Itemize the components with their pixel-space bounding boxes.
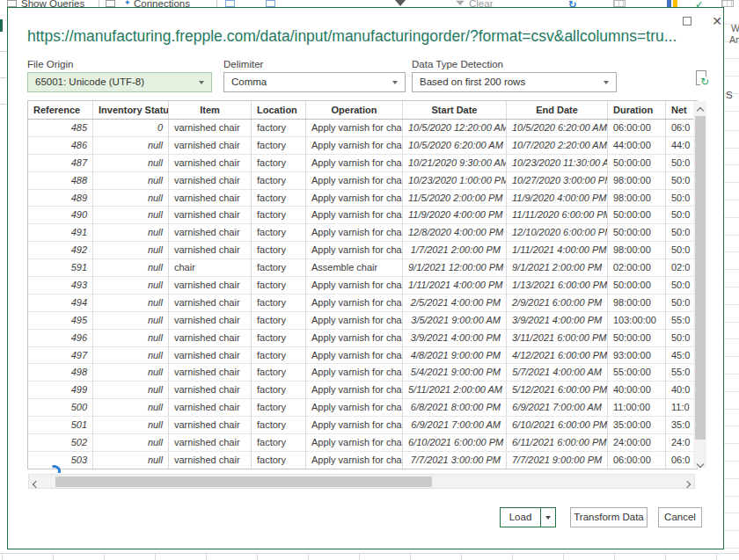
table-cell: 489 bbox=[28, 190, 93, 207]
table-cell: varnished chair bbox=[169, 364, 252, 382]
table-cell: null bbox=[93, 312, 169, 330]
table-cell: 10/5/2020 6:20:00 AM bbox=[507, 120, 608, 137]
maximize-icon bbox=[683, 17, 691, 25]
table-cell: null bbox=[93, 399, 169, 417]
transform-data-button[interactable]: Transform Data bbox=[570, 507, 648, 527]
chevron-right-icon bbox=[684, 481, 691, 488]
table-cell: 6/9/2021 7:00:00 AM bbox=[403, 417, 507, 434]
table-cell: 494 bbox=[28, 295, 93, 312]
table-cell: varnished chair bbox=[169, 312, 252, 330]
horizontal-scrollbar[interactable] bbox=[28, 474, 695, 489]
chevron-down-icon bbox=[545, 516, 551, 520]
gridline bbox=[0, 51, 6, 52]
table-cell: 502 bbox=[28, 434, 93, 452]
scroll-left-button[interactable] bbox=[29, 475, 43, 488]
close-button[interactable]: ✕ bbox=[706, 13, 728, 30]
table-cell: Apply varnish for chair bbox=[306, 137, 403, 155]
table-cell: 10/5/2020 12:20:00 AM bbox=[403, 120, 507, 137]
table-cell: 6/10/2021 6:00:00 PM bbox=[507, 417, 608, 434]
dialog-title-url: https://manufacturing.frepple.com/data/i… bbox=[27, 27, 709, 46]
data-preview-table: ReferenceInventory StatusItemLocationOpe… bbox=[27, 100, 698, 469]
table-cell: 40:00:00 bbox=[608, 382, 666, 399]
table-cell: 24:00:00 bbox=[608, 434, 666, 452]
table-cell: null bbox=[93, 172, 169, 190]
table-cell: 7/7/2021 9:00:00 PM bbox=[507, 452, 608, 469]
delimiter-value: Comma bbox=[231, 76, 267, 87]
table-cell: 50:0 bbox=[666, 172, 697, 190]
vertical-scrollbar[interactable] bbox=[693, 101, 706, 468]
cancel-button[interactable]: Cancel bbox=[658, 507, 702, 527]
table-cell: 5/12/2021 6:00:00 PM bbox=[507, 382, 608, 399]
table-cell: 498 bbox=[28, 364, 93, 382]
refresh-preview-button[interactable]: ↻ bbox=[695, 70, 711, 90]
scroll-down-button[interactable] bbox=[693, 455, 706, 468]
table-cell: 93:00:00 bbox=[608, 347, 666, 365]
table-cell: 10/23/2020 1:00:00 PM bbox=[403, 172, 507, 190]
data-type-detection-select[interactable]: Based on first 200 rows bbox=[412, 72, 617, 92]
sheet-text-fragment: An bbox=[729, 34, 739, 45]
table-row: 498nullvarnished chairfactoryApply varni… bbox=[28, 364, 697, 382]
table-cell: 5/4/2021 9:00:00 PM bbox=[403, 364, 507, 382]
vertical-scrollbar-thumb[interactable] bbox=[695, 116, 706, 440]
table-cell: varnished chair bbox=[169, 190, 252, 207]
table-cell: 5/7/2021 4:00:00 AM bbox=[507, 364, 608, 382]
connection-icon: ✦ bbox=[124, 0, 131, 7]
table-cell: null bbox=[93, 242, 169, 259]
table-cell: Apply varnish for chair bbox=[306, 452, 403, 469]
data-type-detection-value: Based on first 200 rows bbox=[420, 76, 525, 87]
table-cell: 9/1/2021 2:00:00 PM bbox=[507, 259, 608, 277]
table-cell: null bbox=[93, 434, 169, 452]
table-cell: null bbox=[93, 155, 169, 172]
scroll-right-button[interactable] bbox=[680, 475, 694, 488]
chevron-left-icon bbox=[33, 481, 40, 488]
table-cell: 497 bbox=[28, 347, 93, 365]
table-cell: 3/9/2021 4:00:00 PM bbox=[403, 330, 507, 347]
load-dropdown-button[interactable] bbox=[540, 508, 555, 527]
chevron-down-icon bbox=[199, 81, 204, 84]
file-origin-value: 65001: Unicode (UTF-8) bbox=[35, 76, 144, 87]
table-cell: 55:0 bbox=[666, 364, 697, 382]
table-row: 591nullchairfactoryAssemble chair9/1/202… bbox=[28, 259, 697, 277]
table-row: 489nullvarnished chairfactoryApply varni… bbox=[28, 190, 697, 207]
table-cell: null bbox=[93, 382, 169, 399]
table-cell: 1/7/2021 2:00:00 PM bbox=[403, 242, 507, 259]
scroll-up-button[interactable] bbox=[693, 101, 706, 114]
table-cell: varnished chair bbox=[169, 172, 252, 190]
sheet-right-fragment: W An S bbox=[724, 9, 739, 550]
table-cell: 02:0 bbox=[666, 259, 697, 277]
table-cell: Apply varnish for chair bbox=[306, 382, 403, 399]
column-chart-icon bbox=[667, 0, 671, 7]
table-cell: Apply varnish for chair bbox=[306, 312, 403, 330]
table-cell: 10/21/2020 9:30:00 AM bbox=[403, 155, 507, 172]
table-row: 499nullvarnished chairfactoryApply varni… bbox=[28, 382, 697, 399]
table-cell: varnished chair bbox=[169, 347, 252, 365]
table-body: 4850varnished chairfactoryApply varnish … bbox=[28, 120, 697, 469]
table-cell: null bbox=[93, 417, 169, 434]
table-cell: 98:00:00 bbox=[608, 172, 666, 190]
table-cell: 50:0 bbox=[666, 295, 697, 312]
column-header: End Date bbox=[507, 101, 608, 119]
horizontal-scrollbar-thumb[interactable] bbox=[55, 476, 432, 487]
table-cell: 35:0 bbox=[666, 417, 697, 434]
table-row: 502nullvarnished chairfactoryApply varni… bbox=[28, 434, 697, 452]
table-cell: 495 bbox=[28, 312, 93, 330]
table-row: 486nullvarnished chairfactoryApply varni… bbox=[28, 137, 697, 155]
table-cell: varnished chair bbox=[169, 224, 252, 242]
table-cell: factory bbox=[252, 312, 306, 330]
table-cell: 50:0 bbox=[666, 155, 697, 172]
table-row: 503nullvarnished chairfactoryApply varni… bbox=[28, 452, 697, 469]
table-cell: 1/11/2021 4:00:00 PM bbox=[507, 242, 608, 259]
table-cell: 501 bbox=[28, 417, 93, 434]
table-cell: varnished chair bbox=[169, 417, 252, 434]
chevron-down-icon bbox=[392, 81, 398, 84]
table-cell: 06:00:00 bbox=[608, 120, 666, 137]
delimiter-select[interactable]: Comma bbox=[223, 72, 406, 92]
load-button[interactable]: Load bbox=[501, 508, 540, 527]
table-cell: 10/23/2020 11:30:00 AM bbox=[507, 155, 608, 172]
table-cell: 40:0 bbox=[666, 382, 697, 399]
file-origin-select[interactable]: 65001: Unicode (UTF-8) bbox=[27, 72, 212, 92]
table-cell: 50:0 bbox=[666, 330, 697, 347]
table-cell: 6/8/2021 8:00:00 PM bbox=[403, 399, 507, 417]
table-cell: Apply varnish for chair bbox=[306, 242, 403, 259]
table-cell: 2/9/2021 6:00:00 PM bbox=[507, 295, 608, 312]
